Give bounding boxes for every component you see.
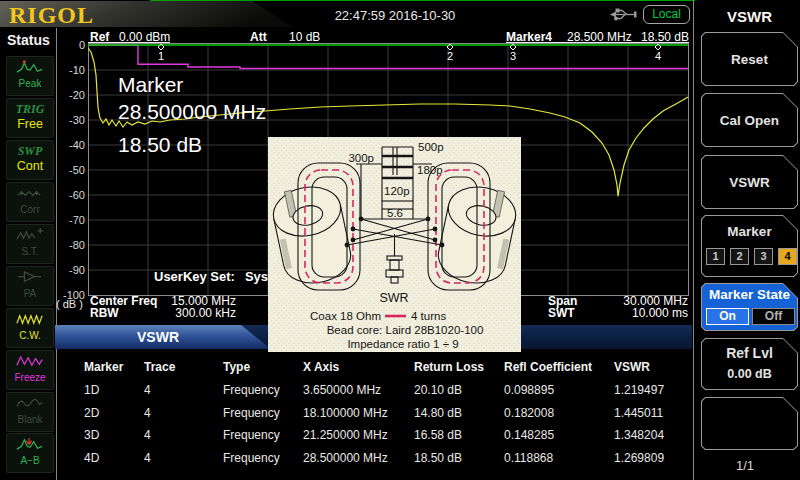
col-header-xaxis: X Axis: [303, 360, 339, 374]
peak-waveform-icon: [14, 60, 46, 74]
table-cell: 2D: [84, 406, 99, 420]
marker-number: 2: [447, 50, 453, 62]
table-cell: 18.50 dB: [414, 451, 462, 465]
marker-readout-level: 18.50 dB: [118, 133, 202, 157]
status-item-pa: PA: [6, 266, 54, 306]
status-item-s-t-: S.T.: [6, 224, 54, 264]
marker-state-label: Marker State: [701, 287, 798, 302]
rbw-label: RBW: [90, 307, 119, 319]
y-axis-label: -60: [54, 189, 85, 201]
cap-300p-label: 300p: [348, 152, 374, 164]
caption-coax: Coax 18 Ohm: [310, 310, 381, 322]
cap-180p-label: 180p: [417, 164, 443, 176]
local-mode-badge[interactable]: Local: [643, 5, 690, 24]
caption-turns: 4 turns: [411, 310, 446, 322]
y-axis-label: 0: [54, 39, 85, 51]
table-cell: 0.148285: [504, 428, 554, 442]
cap-120p-label: 120p: [384, 185, 410, 197]
marker-3-box[interactable]: 3: [754, 248, 773, 265]
table-cell: 0.098895: [504, 383, 554, 397]
page-indicator: 1/1: [695, 458, 795, 473]
marker-1-box[interactable]: 1: [706, 248, 725, 265]
table-cell: 1.445011: [614, 406, 663, 420]
col-header-refl-coefficient: Refl Coefficient: [504, 360, 592, 374]
table-cell: 14.80 dB: [414, 406, 462, 420]
status-label: Freeze: [7, 372, 53, 383]
status-label: C.W.: [7, 330, 53, 341]
userkey-status: UserKey Set:Syste: [154, 269, 280, 284]
marker-number: 4: [655, 50, 661, 62]
marker-number: 3: [510, 50, 516, 62]
ref-lvl-button[interactable]: Ref Lvl 0.00 dB: [701, 338, 798, 390]
status-item-c-w-: C.W.: [6, 308, 54, 348]
y-axis-label: -70: [54, 214, 85, 226]
pa-amp-icon: [14, 270, 46, 284]
userkey-label: UserKey Set:: [154, 269, 235, 284]
status-line2: Cont: [7, 159, 53, 174]
table-cell: 1.219497: [614, 383, 664, 397]
table-cell: Frequency: [223, 428, 280, 442]
att-value: 10 dB: [289, 30, 320, 44]
vswr-button-label: VSWR: [701, 175, 798, 190]
status-item-peak: Peak: [6, 56, 54, 96]
status-line1: TRIG: [7, 102, 53, 117]
table-cell: 4: [144, 428, 151, 442]
marker-readout-title: Marker: [118, 73, 183, 97]
marker-2-box[interactable]: 2: [730, 248, 749, 265]
marker-state-off[interactable]: Off: [752, 308, 795, 325]
marker-state-button[interactable]: Marker State On Off: [701, 283, 798, 331]
table-cell: 1.348204: [614, 428, 664, 442]
table-cell: 4: [144, 406, 151, 420]
table-cell: Frequency: [223, 383, 280, 397]
status-label: S.T.: [7, 246, 53, 257]
caption-impedance-ratio: Impedance ratio 1 ÷ 9: [347, 338, 458, 350]
marker-state-on[interactable]: On: [706, 308, 749, 325]
a-minus-b-icon: [14, 437, 46, 451]
y-axis-unit: ( dB ): [56, 298, 83, 310]
reset-button[interactable]: Reset: [701, 32, 798, 86]
table-cell: 1D: [84, 383, 99, 397]
status-item-free: TRIGFree: [6, 98, 54, 138]
col-header-trace: Trace: [144, 360, 175, 374]
vswr-section-title: VSWR: [137, 325, 179, 349]
y-axis-label: -10: [54, 64, 85, 76]
swt-label: SWT: [548, 307, 575, 319]
y-axis-label: -50: [54, 164, 85, 176]
y-axis-label: -80: [54, 239, 85, 251]
st-waveform-icon: [14, 228, 46, 242]
table-cell: 21.250000 MHz: [303, 428, 388, 442]
table-cell: 4: [144, 451, 151, 465]
blank-softkey[interactable]: [701, 397, 798, 450]
status-item-a-b: A−B: [6, 433, 54, 473]
y-axis-label: -40: [54, 139, 85, 151]
rigol-logo: RIGOL: [9, 2, 94, 29]
marker-4-box[interactable]: 4: [778, 248, 797, 265]
table-cell: 0.182008: [504, 406, 554, 420]
usb-icon: [608, 7, 638, 22]
freeze-waveform-icon: [14, 354, 46, 368]
table-cell: 16.58 dB: [414, 428, 462, 442]
reset-button-label: Reset: [701, 52, 798, 67]
blank-waveform-icon: [14, 396, 46, 410]
marker-button-label: Marker: [701, 224, 798, 239]
status-label: A−B: [7, 455, 53, 466]
cal-open-button[interactable]: Cal Open: [701, 93, 798, 147]
cap-500p-label: 500p: [418, 141, 444, 153]
table-cell: 1.269809: [614, 451, 664, 465]
col-header-type: Type: [223, 360, 250, 374]
status-item-freeze: Freeze: [6, 350, 54, 390]
marker-button[interactable]: Marker 1 2 3 4: [701, 215, 798, 277]
col-header-vswr: VSWR: [614, 360, 650, 374]
swt-value: 10.000 ms: [600, 307, 688, 319]
table-cell: 18.100000 MHz: [303, 406, 388, 420]
vswr-button[interactable]: VSWR: [701, 155, 798, 209]
col-header-return-loss: Return Loss: [414, 360, 484, 374]
corr-waveform-icon: [14, 186, 46, 200]
sidebar-title: VSWR: [701, 8, 798, 25]
status-label: Corr: [7, 204, 53, 215]
marker-readout-freq: 28.500000 MHz: [118, 100, 266, 124]
table-cell: 20.10 dB: [414, 383, 462, 397]
col-header-marker: Marker: [84, 360, 123, 374]
sidebar-divider: [693, 0, 694, 480]
status-label: PA: [7, 288, 53, 299]
